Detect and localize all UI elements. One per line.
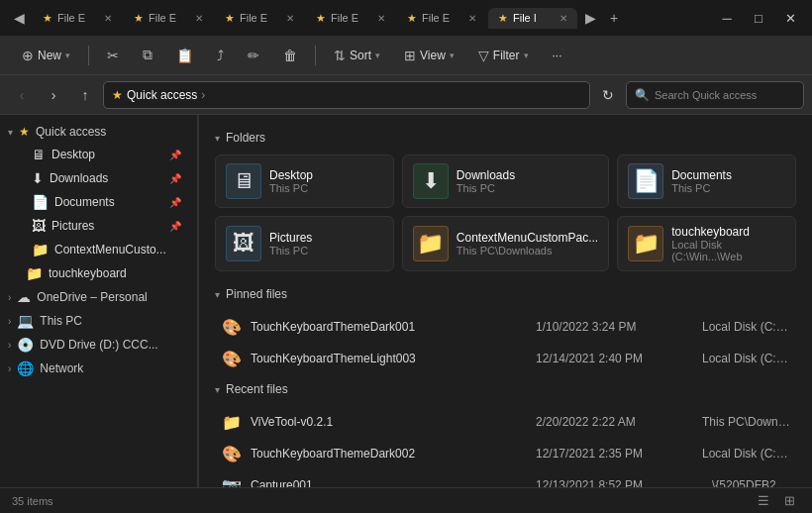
tab-label-3: File E [331, 12, 358, 24]
sort-button[interactable]: ⇅ Sort ▾ [324, 43, 390, 68]
rename-button[interactable]: ✏ [238, 43, 269, 68]
sidebar-item-4[interactable]: 📁 ContextMenuCusto... [4, 238, 193, 261]
view-label: View [420, 49, 446, 62]
share-button[interactable]: ⤴ [207, 43, 234, 68]
sidebar-section-network[interactable]: › 🌐 Network [0, 357, 197, 380]
back-button[interactable]: ‹ [8, 81, 36, 109]
tab-0[interactable]: ★ File E ✕ [33, 8, 122, 29]
new-tab-button[interactable]: + [604, 6, 624, 30]
recent-files-section-header[interactable]: ▾ Recent files [215, 382, 796, 396]
sidebar-item-icon-0: 🖥 [32, 147, 46, 162]
folder-card-3[interactable]: 🖼 Pictures This PC [215, 216, 394, 271]
pin-icon-3: 📌 [169, 221, 181, 232]
address-path[interactable]: ★ Quick access › [103, 81, 590, 109]
folder-name-5: touchkeyboard [671, 225, 785, 239]
status-bar: 35 items ☰ ⊞ [0, 487, 812, 513]
tab-star-icon-1: ★ [134, 12, 144, 25]
view-button[interactable]: ⊞ View ▾ [394, 43, 464, 68]
recent-file-name-2: Capture001 [251, 478, 528, 487]
tab-2[interactable]: ★ File E ✕ [215, 8, 304, 29]
tab-prev-button[interactable]: ◀ [8, 6, 31, 30]
up-button[interactable]: ↑ [71, 81, 99, 109]
tab-star-icon-5: ★ [498, 12, 508, 25]
sidebar-item-0[interactable]: 🖥 Desktop 📌 [4, 143, 193, 166]
paste-button[interactable]: 📋 [166, 43, 203, 68]
more-button[interactable]: ··· [543, 44, 572, 67]
folder-card-4[interactable]: 📁 ContextMenuCustomPac... This PC\Downlo… [402, 216, 609, 271]
pinned-file-location-0: Local Disk (C:\)W...\touchkeyboard [702, 320, 790, 334]
tab-close-icon-4[interactable]: ✕ [468, 13, 476, 24]
recent-file-row-1[interactable]: 🎨 TouchKeyboardThemeDark002 12/17/2021 2… [215, 438, 796, 469]
tab-label-1: File E [149, 12, 176, 24]
address-bar: ‹ › ↑ ★ Quick access › ↻ 🔍 Search Quick … [0, 75, 812, 115]
close-button[interactable]: ✕ [776, 4, 804, 32]
sidebar-item-1[interactable]: ⬇ Downloads 📌 [4, 166, 193, 190]
copy-button[interactable]: ⧉ [133, 42, 162, 68]
quick-access-star-icon: ★ [19, 125, 30, 139]
pinned-file-row-1[interactable]: 🎨 TouchKeyboardThemeLight003 12/14/2021 … [215, 343, 796, 374]
folder-card-5[interactable]: 📁 touchkeyboard Local Disk (C:\Win...\We… [617, 216, 796, 271]
forward-button[interactable]: › [40, 81, 67, 109]
recent-file-row-2[interactable]: 📷 Capture001 12/13/2021 8:52 PM ...\{520… [215, 469, 796, 487]
tab-close-icon-1[interactable]: ✕ [195, 13, 203, 24]
view-icon: ⊞ [404, 48, 416, 63]
folder-sub-2: This PC [671, 182, 785, 194]
recent-file-row-0[interactable]: 📁 ViVeTool-v0.2.1 2/20/2022 2:22 AM This… [215, 406, 796, 438]
folder-card-2[interactable]: 📄 Documents This PC [617, 154, 796, 208]
onedrive-icon: ☁ [17, 289, 31, 305]
delete-button[interactable]: 🗑 [273, 43, 307, 68]
folder-card-1[interactable]: ⬇ Downloads This PC [402, 154, 609, 208]
sidebar-section-onedrive[interactable]: › ☁ OneDrive – Personal [0, 285, 197, 309]
tab-5[interactable]: ★ File I ✕ [488, 8, 577, 29]
details-view-button[interactable]: ☰ [753, 490, 774, 512]
sidebar-item-3[interactable]: 🖼 Pictures 📌 [4, 214, 193, 238]
folders-section-header[interactable]: ▾ Folders [215, 131, 796, 145]
main-content: ▾ ★ Quick access 🖥 Desktop 📌 ⬇ Downloads… [0, 115, 812, 487]
sidebar-item-label-4: ContextMenuCusto... [54, 243, 166, 256]
pinned-file-date-0: 1/10/2022 3:24 PM [536, 320, 694, 334]
sort-label: Sort [350, 49, 371, 62]
tiles-view-button[interactable]: ⊞ [778, 490, 800, 512]
sidebar-item-touchkeyboard[interactable]: 📁 touchkeyboard [4, 261, 193, 285]
search-box[interactable]: 🔍 Search Quick access [626, 81, 804, 109]
dvd-icon: 💿 [17, 337, 34, 353]
sidebar-section-thispc[interactable]: › 💻 This PC [0, 309, 197, 333]
filter-button[interactable]: ▽ Filter ▾ [468, 43, 539, 68]
tab-close-icon-0[interactable]: ✕ [104, 13, 112, 24]
minimize-button[interactable]: ─ [713, 4, 741, 32]
sidebar-item-icon-4: 📁 [32, 242, 49, 257]
tab-label-2: File E [240, 12, 267, 24]
tab-close-icon-5[interactable]: ✕ [559, 13, 567, 24]
refresh-button[interactable]: ↻ [594, 81, 622, 109]
recent-file-date-1: 12/17/2021 2:35 PM [536, 447, 694, 461]
sidebar-section-quick-access[interactable]: ▾ ★ Quick access [0, 121, 197, 143]
network-icon: 🌐 [17, 360, 34, 376]
pinned-file-name-1: TouchKeyboardThemeLight003 [251, 352, 528, 365]
folders-title: Folders [226, 131, 265, 145]
tab-next-button[interactable]: ▶ [579, 6, 602, 30]
window-controls: ─ □ ✕ [713, 4, 804, 32]
sidebar-item-2[interactable]: 📄 Documents 📌 [4, 190, 193, 214]
tab-3[interactable]: ★ File E ✕ [306, 8, 395, 29]
new-button[interactable]: ⊕ New ▾ [12, 43, 80, 68]
item-count: 35 items [12, 495, 53, 507]
tab-close-icon-2[interactable]: ✕ [286, 13, 294, 24]
rename-icon: ✏ [248, 48, 259, 63]
tab-4[interactable]: ★ File E ✕ [397, 8, 486, 29]
pinned-file-name-0: TouchKeyboardThemeDark001 [251, 320, 528, 334]
pinned-files-section-header[interactable]: ▾ Pinned files [215, 287, 796, 301]
toolbar-separator [88, 46, 89, 65]
sidebar-section-dvd[interactable]: › 💿 DVD Drive (D:) CCC... [0, 333, 197, 357]
folder-thumb-4: 📁 [413, 226, 449, 261]
tab-star-icon-3: ★ [316, 12, 326, 25]
tab-1[interactable]: ★ File E ✕ [124, 8, 213, 29]
folder-card-0[interactable]: 🖥 Desktop This PC [215, 154, 394, 208]
title-bar: ◀ ★ File E ✕ ★ File E ✕ ★ File E ✕ ★ Fil… [0, 0, 812, 36]
cut-button[interactable]: ✂ [97, 43, 129, 68]
pinned-file-row-0[interactable]: 🎨 TouchKeyboardThemeDark001 1/10/2022 3:… [215, 311, 796, 343]
maximize-button[interactable]: □ [745, 4, 772, 32]
folder-thumb-2: 📄 [628, 163, 663, 199]
tab-close-icon-3[interactable]: ✕ [377, 13, 385, 24]
folder-thumb-1: ⬇ [413, 163, 449, 199]
folder-sub-5: Local Disk (C:\Win...\Web [671, 239, 785, 262]
